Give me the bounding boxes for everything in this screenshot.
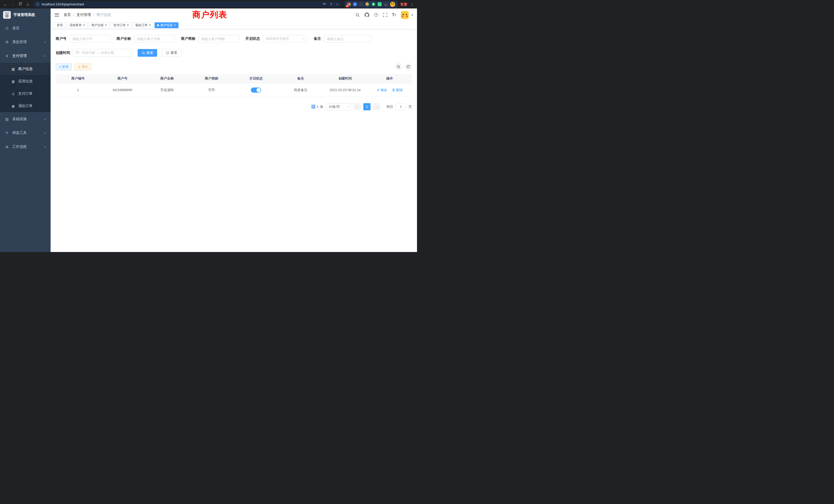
sidebar-item-refund-orders[interactable]: ▣ 退款订单	[0, 100, 50, 112]
sidebar-item-home[interactable]: ⊙ 首页	[0, 21, 50, 35]
help-icon[interactable]	[374, 13, 378, 17]
cell-remark: 我是备注	[278, 83, 323, 97]
refresh-button[interactable]	[405, 63, 412, 70]
url-text[interactable]: localhost:1024/pay/merchant	[42, 3, 321, 6]
bookmark-star-icon[interactable]: ☆	[336, 2, 339, 6]
home-icon[interactable]: ⌂	[25, 2, 30, 6]
screen: ← → ⌂ localhost:1024/pay/merchant ⇧ ☆ 10	[0, 0, 417, 252]
document-icon: ▣	[11, 104, 15, 108]
edit-link[interactable]: 修改	[377, 88, 387, 92]
url-bar[interactable]: localhost:1024/pay/merchant ⇧ ☆	[33, 1, 342, 7]
breadcrumb-home[interactable]: 首页	[64, 13, 71, 17]
forward-icon[interactable]: →	[10, 2, 15, 6]
merchant-table: 商户编号 商户号 商户全称 商户简称 开启状态 备注 创建时间 操作 1	[56, 74, 412, 97]
browser-menu-icon[interactable]: ⋮	[410, 2, 414, 6]
extension-icon[interactable]	[372, 2, 375, 6]
user-avatar[interactable]	[401, 11, 409, 19]
sidebar-item-workflow[interactable]: ≣ 工作流程	[0, 140, 50, 154]
payment-submenu: ▤ 商户信息 ▦ 应用信息 ◎ 支付订单 ▣ 退款订单	[0, 63, 50, 112]
sidebar-item-label: 工作流程	[12, 144, 27, 149]
next-page-button[interactable]	[373, 103, 380, 110]
tab-user-group[interactable]: 用户分组	[89, 22, 110, 28]
merchant-short-input[interactable]	[198, 35, 239, 43]
sidebar-toggle-icon[interactable]	[55, 13, 59, 17]
export-button[interactable]: 导出	[74, 63, 91, 70]
close-icon[interactable]	[83, 23, 85, 27]
range-separator: -	[97, 51, 98, 55]
extension-icon[interactable]	[366, 2, 369, 6]
col-remark: 备注	[278, 74, 323, 83]
search-icon[interactable]	[355, 13, 360, 17]
cell-actions: 修改 删除	[368, 83, 412, 97]
share-icon[interactable]: ⇧	[330, 2, 332, 6]
reload-icon[interactable]	[18, 2, 23, 6]
tab-process-form[interactable]: 流程表单	[67, 22, 88, 28]
extension-icon[interactable]	[359, 2, 363, 6]
sidebar-item-payment[interactable]: ¥ 支付管理	[0, 49, 50, 63]
reset-button-label: 重置	[171, 50, 177, 55]
toggle-search-button[interactable]	[395, 63, 402, 70]
extension-icon[interactable]	[378, 2, 381, 6]
sidebar-item-dev-tools[interactable]: ✎ 研发工具	[0, 126, 50, 140]
card-icon: ▤	[11, 67, 15, 71]
close-icon[interactable]	[149, 23, 151, 27]
browser-profile-avatar[interactable]	[390, 2, 395, 7]
page-size-select[interactable]: 10条/页	[326, 103, 351, 110]
table-header-row: 商户编号 商户号 商户全称 商户简称 开启状态 备注 创建时间 操作	[56, 74, 412, 83]
chevron-down-icon	[347, 105, 349, 107]
github-icon[interactable]	[365, 13, 369, 17]
col-status: 开启状态	[234, 74, 278, 83]
sidebar-item-infrastructure[interactable]: ▥ 基础设施	[0, 112, 50, 126]
tab-label: 用户分组	[91, 23, 104, 27]
sidebar-item-label: 支付订单	[18, 91, 32, 96]
grid-icon: ▦	[11, 79, 15, 84]
tab-refund-orders[interactable]: 退款订单	[133, 22, 154, 28]
chevron-down-icon	[44, 131, 46, 134]
delete-link[interactable]: 删除	[392, 88, 403, 92]
merchant-name-input[interactable]	[134, 35, 175, 43]
password-key-icon[interactable]	[323, 2, 326, 6]
pagination: 共 1 条 10条/页 1 前往 页	[56, 103, 412, 110]
merchant-no-label: 商户号	[56, 37, 66, 41]
site-info-icon[interactable]	[36, 3, 39, 6]
merchant-short-label: 商户简称	[181, 37, 195, 41]
caret-down-icon[interactable]: ▾	[411, 13, 413, 17]
status-toggle[interactable]	[251, 88, 261, 93]
extension-icon[interactable]	[384, 2, 388, 6]
sidebar-item-system[interactable]: ⚙ 系统管理	[0, 35, 50, 49]
remark-input[interactable]	[324, 35, 372, 43]
date-range-picker[interactable]: 开始日期 - 结束日期	[73, 49, 132, 57]
merchant-no-input[interactable]	[69, 35, 110, 43]
close-icon[interactable]	[105, 23, 107, 27]
status-select[interactable]: 请选择开启状态	[263, 35, 308, 43]
fullscreen-icon[interactable]	[383, 13, 387, 17]
sidebar-item-pay-orders[interactable]: ◎ 支付订单	[0, 88, 50, 100]
sidebar-item-app-info[interactable]: ▦ 应用信息	[0, 75, 50, 88]
sidebar-item-merchant-info[interactable]: ▤ 商户信息	[0, 63, 50, 75]
font-size-icon[interactable]	[392, 13, 396, 17]
filter-row-2: 创建时间 开始日期 - 结束日期 搜索	[56, 49, 412, 57]
browser-update-button[interactable]: 更新	[400, 2, 408, 7]
extension-icon[interactable]	[353, 2, 357, 6]
goto-page-input[interactable]	[396, 104, 406, 110]
close-icon[interactable]	[127, 23, 129, 27]
app-logo[interactable]: 芋道管理系统	[0, 8, 50, 21]
tab-merchant-info[interactable]: 商户信息	[155, 22, 178, 28]
add-button[interactable]: 新增	[56, 63, 72, 70]
sidebar-item-label: 支付管理	[12, 54, 27, 58]
tab-pay-orders[interactable]: 支付订单	[111, 22, 131, 28]
search-button[interactable]: 搜索	[138, 49, 157, 57]
close-icon[interactable]	[174, 23, 176, 27]
page-size-value: 10条/页	[329, 105, 340, 109]
col-actions: 操作	[368, 74, 412, 83]
back-icon[interactable]: ←	[3, 2, 8, 6]
breadcrumb-current: 商户信息	[96, 13, 111, 17]
pencil-icon	[377, 89, 380, 92]
tab-home[interactable]: 首页	[54, 22, 65, 28]
prev-page-button[interactable]	[354, 103, 361, 110]
page-1-button[interactable]: 1	[363, 103, 371, 110]
breadcrumb-payment[interactable]: 支付管理	[76, 13, 91, 17]
extension-icon[interactable]: 10	[347, 2, 351, 6]
cell-status	[234, 83, 278, 97]
reset-button[interactable]: 重置	[162, 49, 181, 57]
